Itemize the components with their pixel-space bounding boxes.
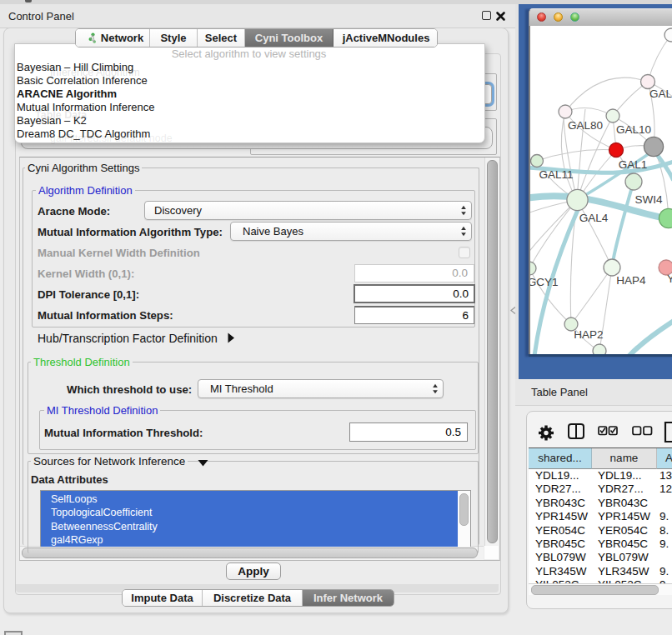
svg-text:HAP2: HAP2: [574, 328, 603, 341]
svg-text:GCY1: GCY1: [530, 276, 558, 288]
svg-text:Y: Y: [667, 272, 672, 285]
svg-text:GAL80: GAL80: [568, 119, 603, 132]
svg-text:GAL7: GAL7: [649, 88, 672, 100]
svg-text:GAL10: GAL10: [616, 123, 651, 136]
svg-text:HAP4: HAP4: [616, 274, 646, 287]
svg-text:SWI4: SWI4: [634, 193, 662, 206]
svg-text:GAL1: GAL1: [619, 158, 648, 171]
svg-text:GAL11: GAL11: [539, 168, 573, 181]
svg-text:GAL4: GAL4: [579, 212, 609, 224]
